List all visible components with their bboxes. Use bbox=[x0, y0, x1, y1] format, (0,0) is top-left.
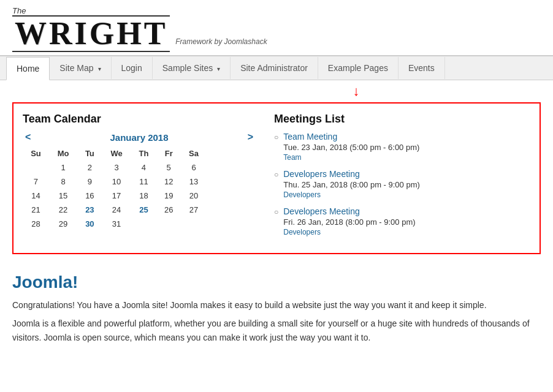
joomla-section: Joomla! Congratulations! You have a Joom… bbox=[12, 266, 541, 355]
meeting-tag: Team bbox=[283, 153, 419, 162]
nav-site-admin[interactable]: Site Administrator bbox=[231, 57, 318, 79]
calendar-day[interactable]: 17 bbox=[102, 189, 131, 203]
meeting-tag: Developers bbox=[283, 190, 420, 199]
meeting-bullet: ○ bbox=[274, 133, 278, 141]
calendar-day bbox=[156, 217, 181, 231]
joomla-para1: Congratulations! You have a Joomla site!… bbox=[12, 298, 541, 312]
cal-header-we: We bbox=[102, 146, 131, 160]
calendar-day[interactable]: 4 bbox=[131, 160, 156, 175]
calendar-day bbox=[23, 160, 49, 175]
nav-sitemap[interactable]: Site Map ▾ bbox=[50, 57, 111, 79]
calendar-month: January 2018 bbox=[33, 132, 245, 143]
calendar-day[interactable]: 10 bbox=[102, 175, 131, 189]
meeting-date: Tue. 23 Jan, 2018 (5:00 pm - 6:00 pm) bbox=[283, 143, 419, 152]
nav-login[interactable]: Login bbox=[112, 57, 153, 79]
calendar-day[interactable]: 12 bbox=[156, 175, 181, 189]
meeting-item: ○ Developers Meeting Fri. 26 Jan, 2018 (… bbox=[274, 206, 530, 236]
nav-home[interactable]: Home bbox=[6, 57, 50, 80]
logo-wright: WRIGHT bbox=[12, 15, 170, 52]
main-nav: Home Site Map ▾ Login Sample Sites ▾ Sit… bbox=[0, 56, 553, 80]
meeting-bullet: ○ bbox=[274, 170, 278, 179]
logo-area: The WRIGHT Framework by Joomlashack bbox=[0, 0, 553, 56]
calendar-day[interactable]: 20 bbox=[181, 189, 207, 203]
calendar-day[interactable]: 7 bbox=[23, 175, 49, 189]
calendar-section: Team Calendar < January 2018 > Su Mo Tu … bbox=[23, 113, 256, 244]
calendar-table: Su Mo Tu We Th Fr Sa 1234567891011121314… bbox=[23, 146, 207, 231]
calendar-day[interactable]: 23 bbox=[77, 203, 102, 217]
sitemap-dropdown-icon: ▾ bbox=[98, 66, 101, 72]
calendar-day bbox=[131, 217, 156, 231]
calendar-day[interactable]: 2 bbox=[77, 160, 102, 175]
calendar-day[interactable]: 15 bbox=[49, 189, 77, 203]
calendar-day[interactable]: 5 bbox=[156, 160, 181, 175]
red-down-arrow-icon: ↓ bbox=[353, 83, 360, 99]
calendar-day bbox=[181, 217, 207, 231]
cal-header-mo: Mo bbox=[49, 146, 77, 160]
nav-sample-sites[interactable]: Sample Sites ▾ bbox=[153, 57, 231, 79]
cal-header-fr: Fr bbox=[156, 146, 181, 160]
calendar-prev-button[interactable]: < bbox=[23, 132, 33, 143]
calendar-next-button[interactable]: > bbox=[245, 132, 256, 143]
calendar-meetings-box: Team Calendar < January 2018 > Su Mo Tu … bbox=[12, 102, 541, 254]
calendar-day[interactable]: 21 bbox=[23, 203, 49, 217]
calendar-day[interactable]: 29 bbox=[49, 217, 77, 231]
meetings-section: Meetings List ○ Team Meeting Tue. 23 Jan… bbox=[256, 113, 530, 244]
calendar-day[interactable]: 1 bbox=[49, 160, 77, 175]
calendar-day[interactable]: 9 bbox=[77, 175, 102, 189]
meeting-detail: Team Meeting Tue. 23 Jan, 2018 (5:00 pm … bbox=[283, 132, 419, 162]
calendar-day[interactable]: 16 bbox=[77, 189, 102, 203]
meeting-date: Fri. 26 Jan, 2018 (8:00 pm - 9:00 pm) bbox=[283, 217, 415, 227]
meeting-link[interactable]: Team Meeting bbox=[283, 132, 337, 141]
nav-example-pages[interactable]: Example Pages bbox=[318, 57, 399, 79]
calendar-day[interactable]: 31 bbox=[102, 217, 131, 231]
calendar-day[interactable]: 11 bbox=[131, 175, 156, 189]
calendar-day[interactable]: 14 bbox=[23, 189, 49, 203]
meeting-bullet: ○ bbox=[274, 208, 278, 216]
main-content: Team Calendar < January 2018 > Su Mo Tu … bbox=[0, 102, 553, 368]
meeting-date: Thu. 25 Jan, 2018 (8:00 pm - 9:00 pm) bbox=[283, 180, 420, 189]
joomla-title: Joomla! bbox=[12, 273, 541, 292]
meeting-detail: Developers Meeting Fri. 26 Jan, 2018 (8:… bbox=[283, 206, 415, 236]
joomla-para2: Joomla is a flexible and powerful platfo… bbox=[12, 317, 541, 344]
cal-header-th: Th bbox=[131, 146, 156, 160]
calendar-day[interactable]: 6 bbox=[181, 160, 207, 175]
meetings-list: ○ Team Meeting Tue. 23 Jan, 2018 (5:00 p… bbox=[274, 132, 530, 236]
sample-dropdown-icon: ▾ bbox=[217, 66, 220, 72]
calendar-day[interactable]: 30 bbox=[77, 217, 102, 231]
calendar-day[interactable]: 18 bbox=[131, 189, 156, 203]
meeting-link[interactable]: Developers Meeting bbox=[283, 206, 360, 216]
calendar-title: Team Calendar bbox=[23, 113, 256, 126]
calendar-day[interactable]: 13 bbox=[181, 175, 207, 189]
meeting-item: ○ Team Meeting Tue. 23 Jan, 2018 (5:00 p… bbox=[274, 132, 530, 162]
meeting-link[interactable]: Developers Meeting bbox=[283, 169, 360, 179]
nav-events[interactable]: Events bbox=[399, 57, 445, 79]
meeting-tag: Developers bbox=[283, 228, 415, 236]
calendar-day[interactable]: 19 bbox=[156, 189, 181, 203]
calendar-day[interactable]: 24 bbox=[102, 203, 131, 217]
cal-header-tu: Tu bbox=[77, 146, 102, 160]
calendar-nav: < January 2018 > bbox=[23, 132, 256, 143]
calendar-day[interactable]: 25 bbox=[131, 203, 156, 217]
logo-the: The bbox=[12, 6, 541, 15]
cal-header-su: Su bbox=[23, 146, 49, 160]
cal-header-sa: Sa bbox=[181, 146, 207, 160]
meeting-item: ○ Developers Meeting Thu. 25 Jan, 2018 (… bbox=[274, 169, 530, 199]
calendar-day[interactable]: 22 bbox=[49, 203, 77, 217]
calendar-day[interactable]: 26 bbox=[156, 203, 181, 217]
calendar-day[interactable]: 3 bbox=[102, 160, 131, 175]
arrow-indicator: ↓ bbox=[0, 80, 553, 102]
calendar-day[interactable]: 28 bbox=[23, 217, 49, 231]
calendar-day[interactable]: 8 bbox=[49, 175, 77, 189]
logo-framework: Framework by Joomlashack bbox=[175, 37, 267, 46]
calendar-day[interactable]: 27 bbox=[181, 203, 207, 217]
meetings-title: Meetings List bbox=[274, 113, 530, 126]
meeting-detail: Developers Meeting Thu. 25 Jan, 2018 (8:… bbox=[283, 169, 420, 199]
